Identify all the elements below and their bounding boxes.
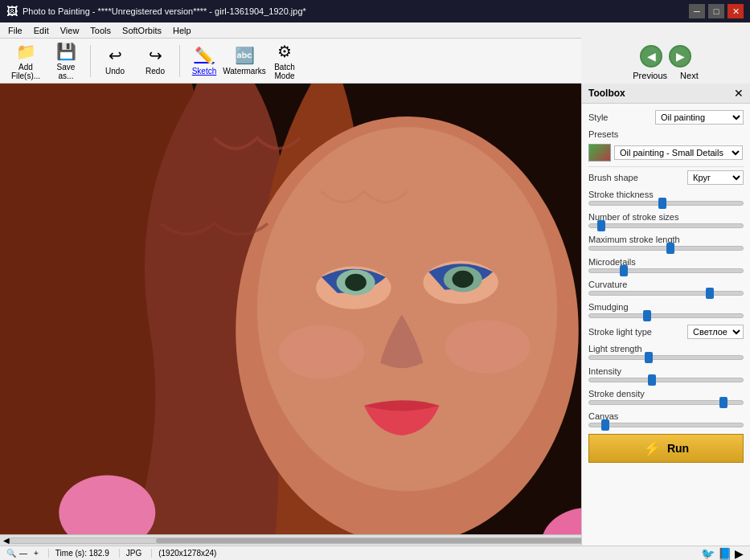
preset-select[interactable]: Oil painting - Small Details — [614, 145, 743, 160]
save-icon: 💾 — [56, 42, 76, 61]
menu-softorbits[interactable]: SoftOrbits — [117, 24, 166, 37]
zoom-icon: 🔍 — [6, 549, 16, 558]
toolbox-content: Style Oil painting Presets Oil painting … — [582, 104, 750, 546]
next-button[interactable]: ▶ — [669, 45, 691, 67]
canvas-thumb[interactable] — [601, 419, 609, 431]
stroke-density-track[interactable] — [588, 400, 744, 405]
social-icon-2[interactable]: 📘 — [718, 547, 732, 560]
toolbox-panel: Toolbox ✕ Style Oil painting Presets Oil… — [581, 84, 750, 546]
scroll-left-arrow[interactable]: ◀ — [3, 536, 10, 545]
redo-button[interactable]: ↪ Redo — [136, 42, 174, 80]
brush-shape-row: Brush shape Круг — [588, 170, 744, 185]
svg-point-11 — [257, 127, 557, 491]
max-stroke-thumb[interactable] — [666, 243, 674, 254]
social-icon-3[interactable]: ▶ — [735, 547, 744, 560]
light-strength-thumb[interactable] — [645, 352, 653, 363]
previous-button[interactable]: ◀ — [640, 45, 662, 67]
canvas-track[interactable] — [588, 423, 744, 427]
stroke-thickness-thumb[interactable] — [658, 198, 666, 209]
curvature-label: Curvature — [588, 280, 744, 289]
previous-label: Previous — [633, 71, 667, 80]
toolbox-title: Toolbox — [588, 88, 625, 99]
redo-label: Redo — [145, 67, 165, 76]
run-button[interactable]: ⚡ Run — [588, 434, 744, 463]
batch-mode-button[interactable]: ⚙ Batch Mode — [265, 42, 304, 80]
menu-view[interactable]: View — [55, 24, 84, 37]
presets-select-row: Oil painting - Small Details — [588, 144, 744, 161]
svg-point-16 — [345, 274, 367, 291]
status-bar: 🔍 — + Time (s): 182.9 JPG (1920x1278x24)… — [0, 546, 750, 560]
stroke-light-row: Stroke light type Светлое — [588, 325, 744, 339]
toolbox-close-button[interactable]: ✕ — [734, 87, 744, 100]
presets-label: Presets — [588, 129, 618, 139]
separator-2 — [179, 45, 180, 77]
window-controls: ─ □ ✕ — [689, 4, 744, 18]
microdetails-label: Microdetails — [588, 257, 744, 267]
stroke-sizes-thumb[interactable] — [597, 220, 605, 231]
title-bar: 🖼 Photo to Painting - ****Unregistered v… — [0, 0, 750, 22]
smudging-thumb[interactable] — [643, 310, 651, 321]
app-icon: 🖼 — [6, 5, 18, 18]
curvature-thumb[interactable] — [706, 288, 714, 299]
toolbox-header: Toolbox ✕ — [582, 84, 750, 104]
smudging-track[interactable] — [588, 313, 744, 318]
save-as-label: Save as... — [57, 63, 76, 80]
add-files-icon: 📁 — [16, 42, 36, 61]
intensity-thumb[interactable] — [648, 374, 656, 386]
svg-point-18 — [279, 325, 365, 379]
brush-shape-label: Brush shape — [588, 173, 638, 182]
stroke-sizes-track[interactable] — [588, 223, 744, 228]
stroke-thickness-track[interactable] — [588, 201, 744, 206]
next-label: Next — [680, 71, 699, 80]
batch-mode-label: Batch Mode — [274, 63, 295, 80]
presets-icon — [588, 144, 611, 161]
menu-help[interactable]: Help — [168, 24, 196, 37]
undo-label: Undo — [105, 67, 125, 76]
presets-row: Presets — [588, 129, 744, 139]
max-stroke-track[interactable] — [588, 246, 744, 251]
style-label: Style — [588, 112, 608, 122]
microdetails-thumb[interactable] — [620, 265, 628, 276]
sketch-button[interactable]: ✏️ Sketch — [185, 42, 223, 80]
curvature-track[interactable] — [588, 291, 744, 296]
intensity-track[interactable] — [588, 378, 744, 382]
menu-edit[interactable]: Edit — [29, 24, 54, 37]
intensity-container: Intensity — [588, 366, 744, 382]
smudging-container: Smudging — [588, 302, 744, 318]
watermarks-icon: 🔤 — [235, 46, 255, 65]
separator-1 — [90, 45, 91, 77]
maximize-button[interactable]: □ — [708, 4, 724, 18]
menu-file[interactable]: File — [3, 24, 27, 37]
light-strength-track[interactable] — [588, 355, 744, 360]
style-select[interactable]: Oil painting — [655, 110, 744, 125]
add-files-label: Add File(s)... — [11, 63, 40, 80]
watermarks-label: Watermarks — [223, 67, 266, 76]
stroke-sizes-label: Number of stroke sizes — [588, 212, 744, 222]
svg-point-19 — [445, 320, 531, 374]
add-files-button[interactable]: 📁 Add File(s)... — [6, 42, 45, 80]
stroke-light-label: Stroke light type — [588, 327, 652, 337]
curvature-container: Curvature — [588, 280, 744, 296]
save-as-button[interactable]: 💾 Save as... — [47, 42, 85, 80]
brush-shape-select[interactable]: Круг — [687, 170, 744, 185]
sketch-label: Sketch — [192, 67, 217, 76]
minimize-button[interactable]: ─ — [689, 4, 705, 18]
svg-point-17 — [452, 271, 473, 288]
stroke-density-thumb[interactable] — [719, 397, 727, 408]
canvas-label: Canvas — [588, 411, 744, 421]
prev-icon: ◀ — [647, 50, 656, 63]
canvas-container: Canvas — [588, 411, 744, 427]
max-stroke-container: Maximum stroke length — [588, 235, 744, 251]
menu-tools[interactable]: Tools — [85, 24, 116, 37]
watermarks-button[interactable]: 🔤 Watermarks — [225, 42, 264, 80]
microdetails-track[interactable] — [588, 268, 744, 273]
scroll-thumb[interactable] — [156, 538, 593, 543]
format-status: JPG — [119, 549, 148, 558]
social-icon-1[interactable]: 🐦 — [701, 547, 715, 560]
undo-button[interactable]: ↩ Undo — [96, 42, 134, 80]
style-row: Style Oil painting — [588, 110, 744, 125]
status-zoom: 🔍 — + — [6, 549, 39, 558]
smudging-label: Smudging — [588, 302, 744, 312]
close-button[interactable]: ✕ — [727, 4, 744, 18]
stroke-light-select[interactable]: Светлое — [687, 325, 744, 339]
